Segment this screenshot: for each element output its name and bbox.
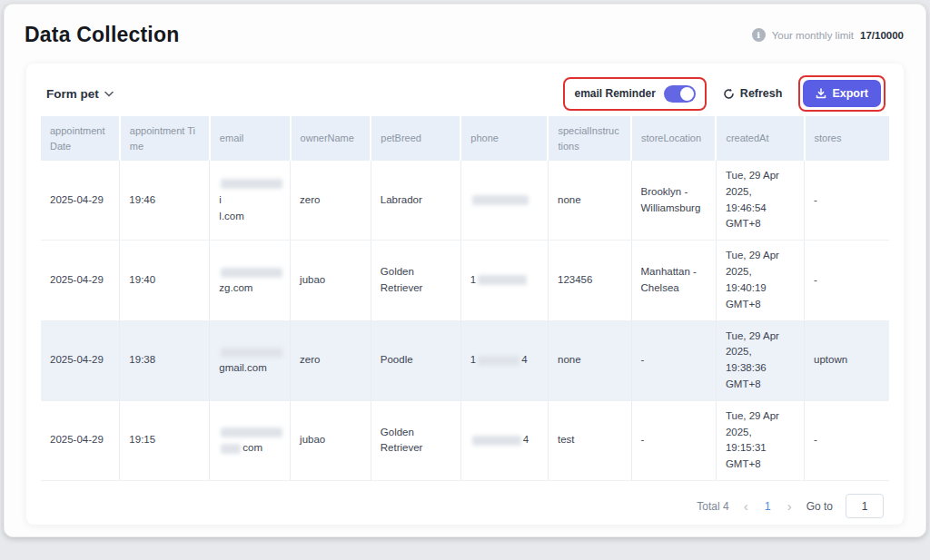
table-cell: 2025-04-29 — [41, 161, 120, 241]
column-header: phone — [460, 116, 548, 161]
data-table: appointment Dateappointment Timeemailown… — [41, 116, 889, 481]
table-cell: Tue, 29 Apr 2025, 19:38:36 GMT+8 — [716, 320, 804, 400]
table-cell: 19:40 — [120, 241, 210, 320]
toolbar: Form pet email Reminder Refresh — [41, 76, 889, 116]
toolbar-right: email Reminder Refresh Export — [563, 75, 885, 112]
table-cell: 19:15 — [120, 400, 210, 480]
redacted-text — [221, 444, 241, 454]
table-cell: uptown — [805, 320, 889, 400]
email-reminder-annotation-box: email Reminder — [563, 77, 706, 111]
column-header: storeLocation — [631, 116, 716, 161]
email-reminder-group: email Reminder — [565, 79, 704, 109]
table-cell: Tue, 29 Apr 2025, 19:40:19 GMT+8 — [716, 241, 804, 320]
table-cell: 19:46 — [120, 161, 210, 241]
table-cell: - — [805, 400, 889, 480]
table-row: 2025-04-2919:38gmail.comzeroPoodle14none… — [41, 320, 889, 400]
table-cell: Golden Retriever — [371, 241, 460, 320]
monthly-limit: i Your monthly limit 17/10000 — [752, 28, 904, 42]
page-title: Data Collection — [25, 23, 179, 47]
table-cell: Golden Retriever — [371, 400, 460, 480]
table-cell: jubao — [291, 400, 371, 480]
toggle-knob — [680, 87, 694, 101]
table-cell: - — [631, 400, 716, 480]
redacted-text — [478, 275, 527, 285]
table-cell: 14 — [460, 320, 548, 400]
table-cell: jubao — [291, 241, 371, 320]
column-header: appointment Time — [120, 116, 210, 161]
current-page[interactable]: 1 — [763, 500, 773, 513]
export-button[interactable]: Export — [803, 80, 881, 107]
download-icon — [816, 88, 826, 99]
export-label: Export — [832, 87, 868, 100]
next-page-icon[interactable]: › — [786, 499, 794, 513]
form-selector-label: Form pet — [46, 87, 99, 101]
refresh-label: Refresh — [740, 87, 783, 100]
table-cell: zero — [291, 320, 371, 400]
page-card: Data Collection i Your monthly limit 17/… — [4, 4, 926, 537]
refresh-button[interactable]: Refresh — [716, 82, 790, 105]
monthly-limit-label: Your monthly limit — [772, 30, 854, 41]
redacted-text — [478, 356, 519, 366]
table-cell: 123456 — [548, 241, 631, 320]
table-cell: 1 — [460, 241, 548, 320]
column-header: specialInstructions — [548, 116, 631, 161]
column-header: createdAt — [716, 116, 804, 161]
column-header: ownerName — [291, 116, 371, 161]
redacted-text — [472, 195, 529, 205]
column-header: email — [210, 116, 291, 161]
chevron-down-icon — [104, 91, 114, 97]
form-selector-dropdown[interactable]: Form pet — [46, 87, 114, 101]
redacted-text — [221, 427, 282, 437]
monthly-limit-value: 17/10000 — [860, 30, 904, 41]
table-cell: zg.com — [210, 241, 291, 320]
table-card: Form pet email Reminder Refresh — [26, 64, 904, 525]
email-reminder-toggle[interactable] — [664, 85, 696, 103]
table-cell: gmail.com — [210, 320, 291, 400]
email-reminder-label: email Reminder — [574, 87, 655, 100]
prev-page-icon[interactable]: ‹ — [742, 499, 750, 513]
table-cell: Labrador — [371, 161, 460, 241]
table-cell: - — [805, 241, 889, 320]
table-cell: il.com — [210, 161, 291, 241]
table-cell: com — [210, 400, 291, 480]
goto-page-input[interactable] — [846, 494, 884, 518]
table-cell: none — [548, 161, 631, 241]
pagination: Total 4 ‹ 1 › Go to — [41, 481, 889, 518]
table-row: 2025-04-2919:46il.comzeroLabradornoneBro… — [41, 161, 889, 241]
table-cell: Brooklyn - Williamsburg — [631, 161, 716, 241]
table-cell: - — [805, 161, 889, 241]
table-cell: - — [631, 320, 716, 400]
table-cell: 2025-04-29 — [41, 320, 120, 400]
export-annotation-box: Export — [798, 75, 885, 112]
table-cell: 19:38 — [120, 320, 210, 400]
table-cell: 2025-04-29 — [41, 400, 120, 480]
pagination-total: Total 4 — [697, 500, 728, 513]
table-cell: Tue, 29 Apr 2025, 19:15:31 GMT+8 — [716, 400, 804, 480]
redacted-text — [221, 268, 282, 278]
table-row: 2025-04-2919:40zg.comjubaoGolden Retriev… — [41, 241, 889, 320]
top-bar: Data Collection i Your monthly limit 17/… — [5, 5, 925, 56]
table-cell: 2025-04-29 — [41, 241, 120, 320]
refresh-icon — [723, 88, 735, 100]
redacted-text — [221, 179, 282, 189]
table-row: 2025-04-2919:15comjubaoGolden Retriever4… — [41, 400, 889, 480]
table-cell: 4 — [460, 400, 548, 480]
table-cell: none — [548, 320, 631, 400]
table-cell — [460, 161, 548, 241]
table-cell: zero — [291, 161, 371, 241]
column-header: petBreed — [371, 116, 460, 161]
goto-label: Go to — [806, 500, 833, 513]
table-cell: Tue, 29 Apr 2025, 19:46:54 GMT+8 — [716, 161, 804, 241]
column-header: appointment Date — [41, 116, 120, 161]
column-header: stores — [805, 116, 889, 161]
table-header-row: appointment Dateappointment Timeemailown… — [41, 116, 889, 161]
table-cell: Poodle — [371, 320, 460, 400]
table-cell: test — [548, 400, 631, 480]
info-icon[interactable]: i — [752, 28, 766, 42]
table-cell: Manhattan - Chelsea — [631, 241, 716, 320]
redacted-text — [472, 436, 521, 446]
redacted-text — [221, 348, 282, 358]
